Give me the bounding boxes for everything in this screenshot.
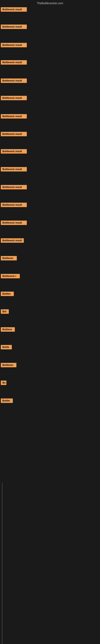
- bottleneck-bar-1[interactable]: Bottleneck result: [1, 7, 27, 12]
- bottleneck-row-23: Bottler: [0, 398, 13, 404]
- bottleneck-bar-6[interactable]: Bottleneck result: [1, 96, 27, 100]
- bottleneck-bar-21[interactable]: Bottlenec: [1, 363, 16, 367]
- bottleneck-bar-13[interactable]: Bottleneck result: [1, 220, 27, 225]
- site-title: TheBottlenecker.com: [0, 0, 100, 6]
- bottleneck-row-5: Bottleneck result: [0, 78, 27, 84]
- bottleneck-row-16: Bottleneck r: [0, 273, 20, 280]
- bottleneck-row-22: Bo: [0, 380, 6, 386]
- bottleneck-bar-5[interactable]: Bottleneck result: [1, 78, 27, 83]
- bottleneck-bar-4[interactable]: Bottleneck result: [1, 60, 27, 64]
- bottleneck-bar-2[interactable]: Bottleneck result: [1, 24, 27, 29]
- bottleneck-row-4: Bottleneck result: [0, 59, 27, 66]
- bottleneck-row-8: Bottleneck result: [0, 131, 27, 138]
- bottleneck-row-15: Bottlenec: [0, 255, 17, 262]
- bottleneck-bar-23[interactable]: Bottler: [1, 398, 13, 403]
- bottleneck-bar-20[interactable]: Bottle: [1, 345, 12, 349]
- bottleneck-bar-12[interactable]: Bottleneck result: [1, 203, 27, 207]
- bottleneck-bar-7[interactable]: Bottleneck result: [1, 114, 27, 118]
- bottleneck-bar-15[interactable]: Bottlenec: [1, 256, 17, 260]
- bottleneck-row-12: Bottleneck result: [0, 202, 27, 209]
- bottleneck-row-2: Bottleneck result: [0, 24, 27, 30]
- bottleneck-row-21: Bottlenec: [0, 362, 16, 369]
- bottleneck-row-14: Bottleneck result: [0, 238, 24, 244]
- bottleneck-bar-22[interactable]: Bo: [1, 380, 6, 385]
- bottleneck-row-6: Bottleneck result: [0, 95, 27, 102]
- bottleneck-row-20: Bottle: [0, 344, 12, 351]
- bottleneck-row-9: Bottleneck result: [0, 148, 27, 155]
- vertical-line: [2, 483, 2, 644]
- bottleneck-row-17: Bottlen: [0, 291, 14, 298]
- bottleneck-bar-11[interactable]: Bottleneck result: [1, 185, 27, 190]
- bottleneck-row-11: Bottleneck result: [0, 184, 27, 191]
- bottleneck-row-18: Bot: [0, 308, 9, 315]
- bottleneck-row-13: Bottleneck result: [0, 220, 27, 226]
- bottleneck-bar-17[interactable]: Bottlen: [1, 292, 14, 296]
- bottleneck-bar-16[interactable]: Bottleneck r: [1, 274, 20, 278]
- bottleneck-bar-14[interactable]: Bottleneck result: [1, 238, 24, 243]
- bottleneck-bar-10[interactable]: Bottleneck result: [1, 167, 27, 172]
- bottleneck-bar-8[interactable]: Bottleneck result: [1, 132, 27, 136]
- bottleneck-bar-3[interactable]: Bottleneck result: [1, 43, 27, 47]
- bottleneck-row-1: Bottleneck result: [0, 6, 27, 13]
- bottleneck-row-3: Bottleneck result: [0, 42, 27, 49]
- bottleneck-bar-19[interactable]: Bottlene: [1, 327, 15, 332]
- bottleneck-row-10: Bottleneck result: [0, 166, 27, 173]
- bars-container: Bottleneck resultBottleneck resultBottle…: [0, 6, 100, 449]
- bottleneck-bar-9[interactable]: Bottleneck result: [1, 149, 27, 154]
- site-header: TheBottlenecker.com: [0, 0, 100, 6]
- bottleneck-row-7: Bottleneck result: [0, 113, 27, 120]
- bottleneck-row-19: Bottlene: [0, 326, 15, 333]
- bottleneck-bar-18[interactable]: Bot: [1, 309, 9, 314]
